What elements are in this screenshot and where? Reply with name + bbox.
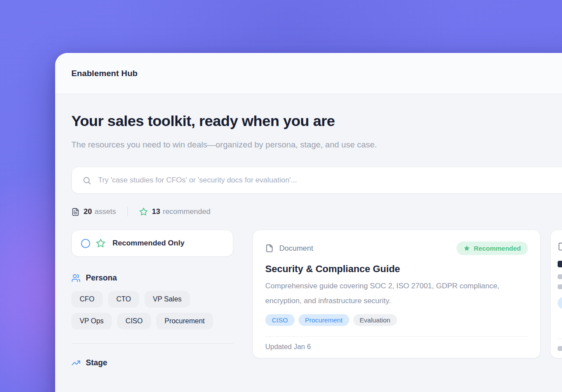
stage-filter-section: Stage (71, 358, 233, 368)
persona-chip-procurement[interactable]: Procurement (156, 313, 213, 329)
asset-type-label: Document (279, 244, 313, 253)
recommended-badge: Recommended (457, 242, 528, 255)
search-bar[interactable] (71, 167, 562, 194)
users-icon (71, 273, 81, 283)
assets-count-group: 20assets (71, 207, 116, 216)
app-title: Enablement Hub (71, 69, 137, 78)
clipped-text-fragment (558, 274, 562, 279)
recommended-label: recommended (163, 207, 211, 216)
clipped-text-fragment (558, 284, 562, 289)
search-icon (82, 176, 91, 185)
stage-section-label: Stage (86, 358, 107, 368)
persona-chip-vp-sales[interactable]: VP Sales (144, 291, 190, 308)
tag-evaluation: Evaluation (353, 314, 397, 326)
persona-chip-ciso[interactable]: CISO (117, 313, 151, 329)
file-text-icon (71, 208, 80, 216)
persona-section-label: Persona (86, 273, 117, 283)
app-panel: Enablement Hub Your sales toolkit, ready… (55, 53, 562, 392)
page-title: Your sales toolkit, ready when you are (71, 112, 562, 129)
main-content: Your sales toolkit, ready when you are T… (55, 94, 562, 368)
persona-chip-vp-ops[interactable]: VP Ops (71, 313, 112, 329)
asset-tags: CISO Procurement Evaluation (265, 314, 528, 326)
asset-title: Security & Compliance Guide (265, 263, 528, 275)
page: { "theme": { "background_purple": "#7174… (0, 0, 562, 392)
app-header: Enablement Hub (55, 53, 562, 94)
recommended-count: 13 (152, 207, 160, 216)
toggle-circle-icon[interactable] (81, 239, 90, 248)
tag-procurement: Procurement (299, 314, 349, 326)
stats-row: 20assets 13recommended (71, 207, 562, 217)
persona-chip-cto[interactable]: CTO (108, 291, 139, 308)
assets-label: assets (95, 207, 116, 216)
tag-ciso: CISO (265, 314, 295, 326)
trending-up-icon (71, 358, 81, 368)
page-subtitle: The resources you need to win deals—orga… (71, 136, 386, 154)
recommended-count-group: 13recommended (139, 207, 211, 216)
sidebar-divider (71, 343, 233, 344)
clipped-footer-fragment (558, 339, 562, 351)
assets-count: 20 (84, 207, 92, 216)
star-icon (464, 245, 470, 252)
asset-card-security-compliance-guide[interactable]: Document Recommended Security & Complian… (253, 230, 541, 358)
content-layout: Recommended Only Persona CFO CTO VP Sale… (71, 230, 562, 368)
star-icon (139, 207, 148, 216)
recommended-only-label: Recommended Only (112, 239, 184, 248)
star-icon (96, 238, 105, 248)
clipped-title-fragment (558, 261, 562, 267)
asset-card-clipped[interactable] (550, 230, 562, 358)
persona-filter-section: Persona CFO CTO VP Sales VP Ops CISO Pro… (71, 273, 233, 329)
recommended-only-toggle[interactable]: Recommended Only (71, 230, 233, 257)
file-icon (265, 243, 274, 253)
file-icon (558, 242, 562, 252)
recommended-badge-label: Recommended (474, 245, 521, 252)
asset-description: Comprehensive guide covering SOC 2, ISO … (265, 279, 528, 308)
stats-divider (127, 207, 128, 217)
search-input[interactable] (98, 176, 562, 185)
asset-cards: Document Recommended Security & Complian… (253, 230, 562, 358)
filters-sidebar: Recommended Only Persona CFO CTO VP Sale… (71, 230, 233, 368)
persona-chips: CFO CTO VP Sales VP Ops CISO Procurement (71, 291, 233, 329)
asset-updated-date: Updated Jan 6 (265, 336, 528, 351)
persona-chip-cfo[interactable]: CFO (71, 291, 103, 308)
clipped-tag-fragment (558, 297, 562, 309)
